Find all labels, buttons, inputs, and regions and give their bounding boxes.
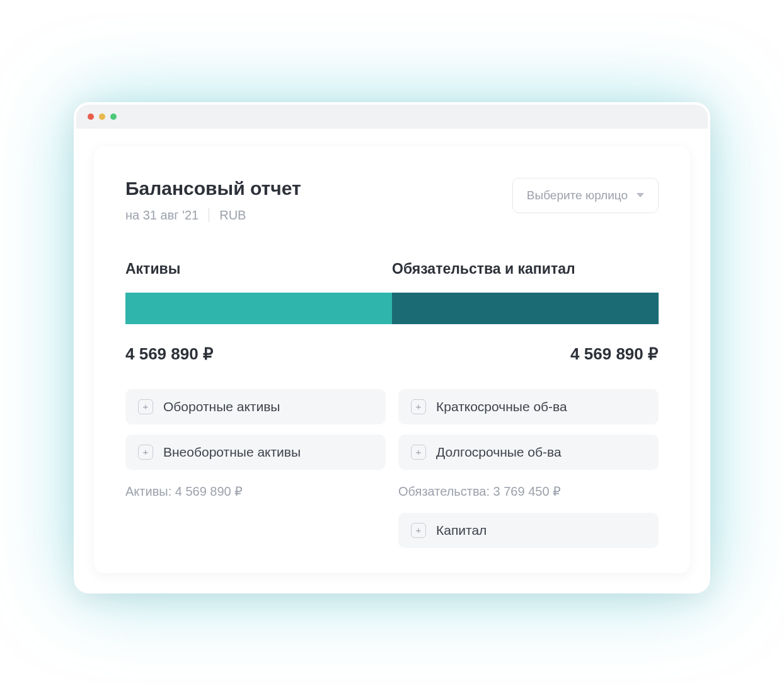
category-short-term-liabilities[interactable]: + Краткосрочные об-ва xyxy=(398,389,659,424)
assets-subtotal: Активы: 4 569 890 ₽ xyxy=(125,480,386,503)
liabilities-total: 4 569 890 ₽ xyxy=(570,344,659,364)
categories: + Оборотные активы + Внеоборотные активы… xyxy=(125,389,659,548)
liabilities-column: + Краткосрочные об-ва + Долгосрочные об-… xyxy=(398,389,659,548)
page-title: Балансовый отчет xyxy=(125,178,301,199)
liabilities-subtotal: Обязательства: 3 769 450 ₽ xyxy=(398,480,659,503)
subtitle: на 31 авг '21 RUB xyxy=(125,208,301,223)
content-card: Балансовый отчет на 31 авг '21 RUB Выбер… xyxy=(94,146,690,573)
expand-icon: + xyxy=(411,523,426,538)
entity-dropdown[interactable]: Выберите юрлицо xyxy=(512,178,659,213)
liabilities-bar-segment xyxy=(392,293,659,324)
expand-icon: + xyxy=(138,445,153,460)
assets-column: + Оборотные активы + Внеоборотные активы… xyxy=(125,389,386,548)
category-current-assets[interactable]: + Оборотные активы xyxy=(125,389,386,424)
header-row: Балансовый отчет на 31 авг '21 RUB Выбер… xyxy=(125,178,659,223)
totals-row: 4 569 890 ₽ 4 569 890 ₽ xyxy=(125,344,659,364)
assets-total: 4 569 890 ₽ xyxy=(125,344,214,364)
expand-icon: + xyxy=(411,445,426,460)
category-label: Внеоборотные активы xyxy=(163,445,301,460)
category-noncurrent-assets[interactable]: + Внеоборотные активы xyxy=(125,435,386,470)
report-date: на 31 авг '21 xyxy=(125,208,199,223)
liabilities-header: Обязательства и капитал xyxy=(392,260,659,277)
category-long-term-liabilities[interactable]: + Долгосрочные об-ва xyxy=(398,435,659,470)
balance-bar xyxy=(125,293,659,324)
report-currency: RUB xyxy=(219,208,246,223)
window-chrome xyxy=(76,105,708,129)
category-label: Оборотные активы xyxy=(163,399,280,414)
expand-icon: + xyxy=(411,399,426,414)
dropdown-label: Выберите юрлицо xyxy=(527,189,628,202)
columns-header: Активы Обязательства и капитал xyxy=(125,260,659,277)
chevron-down-icon xyxy=(637,193,644,197)
assets-bar-segment xyxy=(125,293,392,324)
close-icon[interactable] xyxy=(88,114,94,120)
category-label: Краткосрочные об-ва xyxy=(436,399,567,414)
minimize-icon[interactable] xyxy=(99,114,105,120)
category-label: Капитал xyxy=(436,523,487,538)
divider-icon xyxy=(209,208,209,222)
assets-header: Активы xyxy=(125,260,392,277)
expand-icon: + xyxy=(138,399,153,414)
maximize-icon[interactable] xyxy=(110,114,117,120)
report-window: Балансовый отчет на 31 авг '21 RUB Выбер… xyxy=(74,102,710,593)
category-capital[interactable]: + Капитал xyxy=(398,513,659,548)
title-block: Балансовый отчет на 31 авг '21 RUB xyxy=(125,178,301,223)
category-label: Долгосрочные об-ва xyxy=(436,445,562,460)
